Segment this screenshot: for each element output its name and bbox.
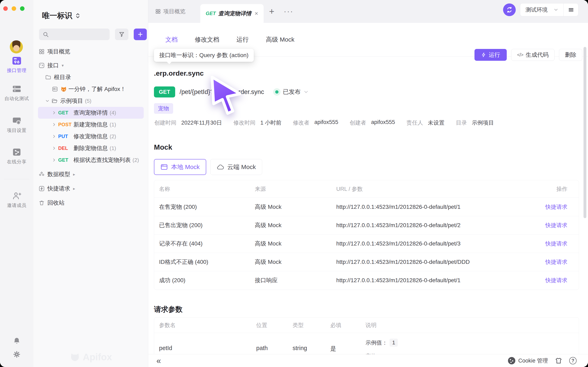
lightning-box-icon: [39, 185, 45, 192]
project-settings-icon: [12, 116, 21, 125]
zoom-window-button[interactable]: [20, 6, 25, 11]
example-label: 示例值：: [365, 339, 388, 346]
publish-status[interactable]: 已发布: [273, 88, 309, 96]
tree-api-get-pet-detail[interactable]: GET 查询宠物详情 (4): [34, 107, 148, 119]
grid-icon: [155, 8, 161, 14]
meta-value[interactable]: 示例项目: [472, 119, 494, 126]
param-location: path: [256, 345, 268, 351]
rail-label: 接口管理: [7, 67, 26, 74]
avatar[interactable]: [10, 40, 23, 53]
mock-row: 在售宠物 (200) 高级 Mock http://127.0.0.1:4523…: [154, 198, 579, 216]
quick-request-link[interactable]: 快捷请求: [545, 258, 567, 266]
tab-run[interactable]: 运行: [236, 35, 249, 44]
mock-table: 名称 来源 URL / 参数 操作 在售宠物 (200) 高级 Mock htt…: [154, 180, 579, 290]
search-input[interactable]: [39, 29, 110, 40]
sidebar-section-apis[interactable]: 接口 ▾: [34, 59, 148, 71]
tag-pet[interactable]: 宠物: [154, 103, 173, 114]
environment-menu-icon[interactable]: [564, 7, 578, 13]
sidebar-section-quick-request[interactable]: 快捷请求 ▸: [34, 183, 148, 194]
cloud-mock-toggle[interactable]: 云端 Mock: [210, 159, 262, 175]
close-window-button[interactable]: [3, 6, 8, 11]
rail-item-project-settings[interactable]: 项目设置: [0, 116, 34, 133]
help-icon[interactable]: ?: [569, 357, 577, 364]
rail-item-online-share[interactable]: 在线分享: [0, 148, 34, 165]
col-action: 操作: [556, 185, 567, 193]
tree-api-del-delete-pet[interactable]: DEL 删除宠物信息 (1): [34, 142, 148, 154]
mock-toggle-group: 本地 Mock 云端 Mock: [154, 159, 262, 175]
rail-label: 项目设置: [7, 127, 26, 133]
unique-id-tooltip: 接口唯一标识：Query 参数 (action): [154, 49, 254, 62]
run-button[interactable]: 运行: [475, 49, 507, 61]
method-badge: POST: [58, 122, 72, 127]
collapse-sidebar-icon[interactable]: «: [156, 354, 161, 367]
chevron-down-icon[interactable]: [45, 99, 50, 103]
chevron-right-icon[interactable]: [52, 122, 57, 127]
switch-project-icon: [75, 13, 80, 19]
environment-select[interactable]: 测试环境: [526, 6, 548, 13]
chevron-down-icon[interactable]: [553, 7, 559, 12]
status-label: 已发布: [283, 88, 301, 96]
tree-label: 一分钟，了解 Apifox！: [68, 85, 126, 93]
tree-api-put-update-pet[interactable]: PUT 修改宠物信息 (2): [34, 131, 148, 142]
settings-gear-icon[interactable]: [13, 350, 21, 359]
generate-code-button[interactable]: </> 生成代码: [511, 49, 554, 61]
meta-value: apifox555: [371, 119, 395, 126]
chevron-right-icon[interactable]: [52, 134, 57, 139]
tree-label: 根据状态查找宠物列表: [73, 156, 131, 164]
project-title: 唯一标识: [42, 11, 72, 21]
project-switcher[interactable]: 唯一标识: [42, 11, 80, 21]
sync-button[interactable]: [503, 3, 516, 16]
tab-advanced-mock[interactable]: 高级 Mock: [266, 35, 294, 44]
rail-item-api-management[interactable]: 接口管理: [0, 56, 34, 74]
meta-value[interactable]: 未设置: [428, 119, 444, 126]
mock-source: 高级 Mock: [255, 221, 336, 229]
sidebar-item-recycle-bin[interactable]: 回收站: [34, 197, 148, 209]
notifications-bell-icon[interactable]: [13, 337, 21, 345]
tree-label: 根目录: [54, 73, 71, 81]
tree-label: 回收站: [47, 199, 65, 207]
macos-traffic-lights[interactable]: [3, 6, 25, 11]
quick-request-link[interactable]: 快捷请求: [545, 203, 567, 211]
tree-doc-intro[interactable]: 一分钟，了解 Apifox！: [34, 83, 148, 95]
add-new-button[interactable]: +: [134, 29, 147, 40]
mock-url: http://127.0.0.1:4523/m1/2012826-0-defau…: [336, 277, 545, 284]
minimize-window-button[interactable]: [12, 6, 16, 11]
tab-get-pet-detail[interactable]: GET 查询宠物详情 ×: [200, 4, 264, 23]
rail-item-automated-testing[interactable]: 自动化测试: [0, 84, 34, 102]
delete-button[interactable]: 删除: [559, 49, 582, 61]
tree-api-post-create-pet[interactable]: POST 新建宠物信息 (1): [34, 119, 148, 131]
chevron-right-icon[interactable]: [52, 110, 57, 115]
params-table-header: 参数名 位置 类型 必填 说明: [154, 317, 579, 333]
tab-edit-doc[interactable]: 修改文档: [195, 35, 219, 44]
mock-name: 已售出宠物 (200): [159, 221, 255, 229]
mock-url: http://127.0.0.1:4523/m1/2012826-0-defau…: [336, 259, 545, 265]
local-mock-toggle[interactable]: 本地 Mock: [154, 159, 206, 175]
cookie-manager-button[interactable]: Cookie 管理: [508, 357, 548, 364]
new-tab-button[interactable]: +: [269, 0, 274, 23]
quick-request-link[interactable]: 快捷请求: [545, 277, 567, 284]
tab-more-icon[interactable]: ···: [284, 0, 294, 23]
chevron-down-icon[interactable]: [303, 89, 309, 95]
chevron-right-icon[interactable]: [52, 158, 57, 162]
sidebar-section-data-models[interactable]: 数据模型 ▸: [34, 168, 148, 180]
col-description: 说明: [365, 322, 579, 329]
quick-request-link[interactable]: 快捷请求: [545, 222, 567, 229]
tab-project-overview[interactable]: 项目概览: [155, 0, 185, 23]
theme-tshirt-icon[interactable]: [555, 357, 562, 364]
tree-count: (1): [110, 145, 116, 151]
tree-folder-root[interactable]: 根目录: [34, 71, 148, 83]
col-type: 类型: [293, 322, 330, 329]
toggle-label: 云端 Mock: [227, 163, 256, 171]
filter-button[interactable]: [115, 29, 129, 40]
tree-folder-example-project[interactable]: 示例项目 (5): [34, 95, 148, 107]
scrollbar-thumb[interactable]: [584, 47, 586, 218]
tab-label: 项目概览: [163, 8, 185, 15]
chevron-right-icon[interactable]: [52, 146, 57, 151]
rail-item-invite-members[interactable]: 邀请成员: [0, 191, 34, 209]
tree-api-get-pets-by-status[interactable]: GET 根据状态查找宠物列表 (2): [34, 154, 148, 166]
sidebar-item-project-overview[interactable]: 项目概览: [34, 46, 148, 58]
meta-label: 创建者: [350, 119, 366, 126]
tab-doc[interactable]: 文档: [165, 35, 178, 44]
close-tab-icon[interactable]: ×: [255, 10, 258, 17]
quick-request-link[interactable]: 快捷请求: [545, 240, 567, 247]
